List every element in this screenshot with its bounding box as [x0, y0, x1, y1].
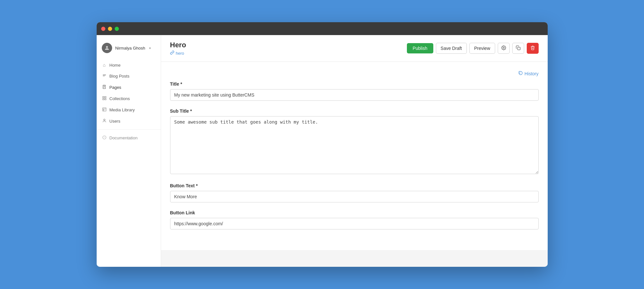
publish-button[interactable]: Publish — [407, 43, 433, 53]
titlebar — [97, 22, 548, 35]
title-label: Title * — [170, 81, 539, 87]
sidebar-item-users-label: Users — [110, 119, 120, 124]
svg-rect-5 — [105, 98, 106, 100]
sidebar-item-home-label: Home — [110, 63, 121, 68]
user-menu[interactable]: Nirmalya Ghosh ▾ — [97, 38, 161, 60]
history-button[interactable]: History — [518, 71, 539, 76]
title-input[interactable] — [170, 89, 539, 101]
header-actions: Publish Save Draft Preview — [407, 43, 539, 54]
button-link-label: Button Link — [170, 210, 539, 215]
sidebar-item-home[interactable]: ⌂ Home — [97, 60, 161, 70]
button-link-input[interactable] — [170, 218, 539, 229]
users-icon — [102, 118, 107, 124]
svg-rect-4 — [102, 98, 104, 100]
close-button[interactable] — [101, 27, 105, 31]
title-field-group: Title * — [170, 81, 539, 101]
save-draft-button[interactable]: Save Draft — [436, 43, 467, 54]
sidebar-item-blog-posts-label: Blog Posts — [110, 74, 130, 79]
button-link-field-group: Button Link — [170, 210, 539, 229]
svg-rect-6 — [102, 108, 106, 111]
home-icon: ⌂ — [102, 62, 107, 68]
minimize-button[interactable] — [108, 27, 112, 31]
user-name: Nirmalya Ghosh — [115, 46, 145, 51]
app-window: Nirmalya Ghosh ▾ ⌂ Home Blog Posts — [97, 22, 548, 267]
subtitle-textarea[interactable] — [170, 116, 539, 174]
slug-value: hero — [176, 51, 184, 56]
subtitle-required: * — [190, 108, 192, 114]
maximize-button[interactable] — [115, 27, 119, 31]
page-title-area: Hero hero — [170, 41, 186, 56]
button-text-field-group: Button Text * — [170, 183, 539, 202]
collections-icon — [102, 96, 107, 101]
main-nav: ⌂ Home Blog Posts Pages — [97, 60, 161, 267]
main-content: Hero hero Publish Save Draft Preview — [161, 35, 548, 267]
preview-button[interactable]: Preview — [469, 43, 495, 54]
svg-rect-3 — [105, 97, 106, 98]
page-slug: hero — [170, 51, 186, 56]
history-row: History — [170, 71, 539, 76]
slug-link-icon — [170, 51, 174, 56]
svg-point-9 — [503, 47, 504, 49]
sidebar-item-collections-label: Collections — [110, 96, 130, 101]
sidebar-item-users[interactable]: Users — [97, 116, 161, 127]
pages-icon — [102, 85, 107, 90]
button-text-required: * — [196, 183, 197, 188]
sidebar-item-documentation[interactable]: Documentation — [97, 132, 161, 144]
sidebar-item-pages-label: Pages — [110, 85, 121, 90]
button-text-label: Button Text * — [170, 183, 539, 188]
settings-button[interactable] — [498, 43, 510, 54]
sidebar-item-media-library-label: Media Library — [110, 107, 135, 112]
subtitle-field-group: Sub Title * — [170, 108, 539, 175]
duplicate-button[interactable] — [512, 43, 524, 54]
page-title: Hero — [170, 41, 186, 49]
sidebar-item-pages[interactable]: Pages — [97, 82, 161, 93]
content-area: History Title * Sub Titl — [161, 62, 548, 267]
title-required: * — [180, 81, 182, 87]
window-body: Nirmalya Ghosh ▾ ⌂ Home Blog Posts — [97, 35, 548, 267]
sidebar-item-media-library[interactable]: Media Library — [97, 104, 161, 116]
blog-posts-icon — [102, 73, 107, 79]
content-panel: History Title * Sub Titl — [161, 62, 548, 250]
delete-button[interactable] — [527, 43, 539, 54]
svg-rect-10 — [517, 47, 520, 50]
user-dropdown-arrow: ▾ — [149, 46, 151, 50]
page-header: Hero hero Publish Save Draft Preview — [161, 35, 548, 62]
avatar — [102, 43, 112, 53]
history-icon — [518, 71, 523, 76]
history-label: History — [524, 71, 539, 76]
nav-divider — [97, 129, 161, 130]
subtitle-label: Sub Title * — [170, 108, 539, 114]
svg-rect-2 — [102, 97, 104, 98]
sidebar-item-collections[interactable]: Collections — [97, 93, 161, 104]
button-text-input[interactable] — [170, 191, 539, 202]
media-library-icon — [102, 107, 107, 113]
documentation-icon — [102, 135, 107, 141]
sidebar: Nirmalya Ghosh ▾ ⌂ Home Blog Posts — [97, 35, 161, 267]
svg-point-7 — [103, 119, 105, 121]
sidebar-item-documentation-label: Documentation — [110, 135, 138, 140]
svg-point-0 — [106, 46, 108, 48]
sidebar-item-blog-posts[interactable]: Blog Posts — [97, 70, 161, 82]
